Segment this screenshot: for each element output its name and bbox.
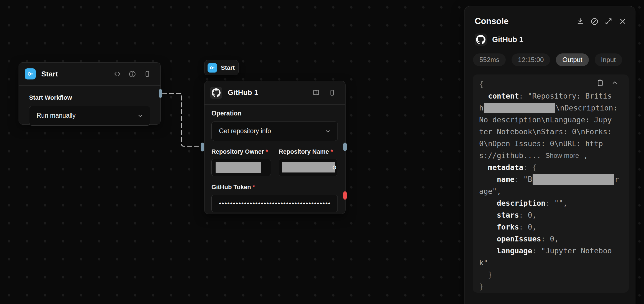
operation-select[interactable]: Get repository info xyxy=(211,122,338,141)
start-chip-label: Start xyxy=(221,64,235,71)
github-node-title: GitHub 1 xyxy=(228,88,258,97)
console-node-name: GitHub 1 xyxy=(492,35,523,44)
github-node-header: GitHub 1 xyxy=(205,81,345,104)
chevron-down-icon xyxy=(325,128,331,134)
redaction-overlay xyxy=(533,174,614,185)
download-icon[interactable] xyxy=(576,17,584,25)
github-logo-icon xyxy=(210,87,222,99)
console-tabs: 552ms 12:15:00 Output Input xyxy=(464,46,635,66)
repository-name-input[interactable]: o xyxy=(279,159,337,176)
required-asterisk: * xyxy=(331,148,333,155)
start-workflow-label: Start Workflow xyxy=(29,94,151,101)
tab-input[interactable]: Input xyxy=(595,53,622,66)
start-chip-node[interactable]: Start xyxy=(204,60,239,75)
start-node-header: Start xyxy=(19,63,160,85)
duration-badge: 552ms xyxy=(473,53,506,66)
docs-book-icon[interactable] xyxy=(312,89,320,97)
copy-icon[interactable] xyxy=(328,89,336,97)
start-trigger-icon xyxy=(208,63,217,73)
github-node[interactable]: GitHub 1 Operation Get repository info xyxy=(204,81,346,214)
timestamp-badge: 12:15:00 xyxy=(512,53,550,66)
console-title: Console xyxy=(475,16,508,26)
github-logo-icon xyxy=(475,34,487,46)
repository-name-label: Repository Name* xyxy=(279,148,337,155)
trigger-select[interactable]: Run manually xyxy=(29,106,150,126)
copy-output-icon[interactable] xyxy=(596,79,604,87)
redaction-overlay xyxy=(282,162,335,172)
workflow-canvas: Start xyxy=(0,0,644,304)
start-trigger-icon xyxy=(25,68,36,79)
github-input-handle[interactable] xyxy=(201,143,204,151)
masked-token-value: •••••••••••••••••••••••••••••••••••••••• xyxy=(219,200,331,207)
console-output-block: { content: "Repository: British\nDescrip… xyxy=(473,74,629,293)
start-output-handle[interactable] xyxy=(159,89,162,98)
required-asterisk: * xyxy=(265,148,268,155)
repository-name-visible-char: o xyxy=(333,163,336,171)
trigger-select-value: Run manually xyxy=(37,112,76,119)
show-more-link[interactable]: Show more xyxy=(545,150,579,161)
copy-icon[interactable] xyxy=(143,70,151,78)
start-node[interactable]: Start xyxy=(19,62,161,125)
console-code-lines: { content: "Repository: British\nDescrip… xyxy=(479,78,629,292)
chevron-down-icon xyxy=(137,113,143,119)
required-asterisk: * xyxy=(253,184,255,190)
github-output-handle[interactable] xyxy=(343,143,347,151)
console-panel: Console xyxy=(464,6,635,304)
operation-select-value: Get repository info xyxy=(219,127,271,135)
operation-label: Operation xyxy=(211,110,337,117)
github-token-label: GitHub Token* xyxy=(211,184,337,191)
code-icon[interactable] xyxy=(113,70,121,78)
github-error-handle[interactable] xyxy=(343,191,347,200)
start-node-title: Start xyxy=(41,70,58,78)
tab-output[interactable]: Output xyxy=(556,53,589,66)
info-icon[interactable] xyxy=(128,70,136,78)
close-icon[interactable] xyxy=(619,17,627,25)
expand-icon[interactable] xyxy=(604,17,613,25)
clear-console-icon[interactable] xyxy=(590,17,599,25)
github-token-input[interactable]: •••••••••••••••••••••••••••••••••••••••• xyxy=(211,195,338,212)
redaction-overlay xyxy=(216,162,261,173)
repository-owner-input[interactable] xyxy=(211,159,271,176)
repository-owner-label: Repository Owner* xyxy=(211,148,271,155)
redaction-overlay xyxy=(484,103,555,113)
collapse-chevron-up-icon[interactable] xyxy=(610,79,619,87)
